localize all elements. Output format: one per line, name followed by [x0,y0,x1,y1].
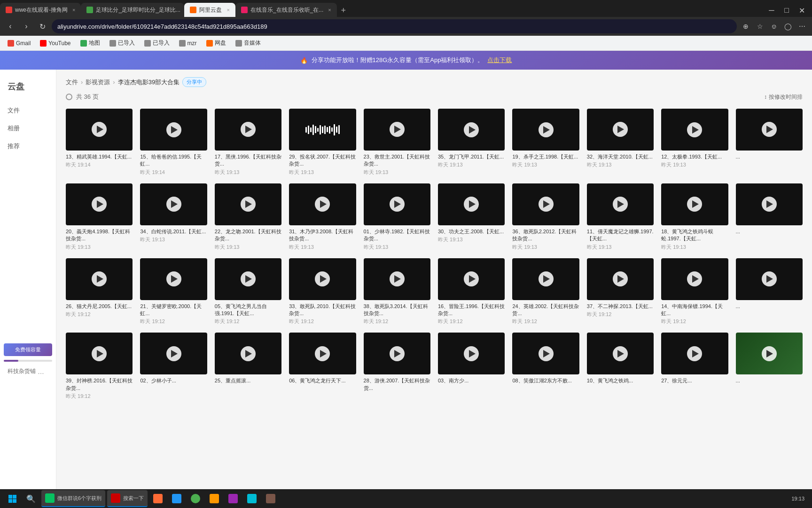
video-thumbnail[interactable]: ··· [140,183,207,225]
video-thumbnail[interactable]: ··· [587,183,654,225]
video-thumbnail[interactable]: ··· [215,258,281,300]
video-item[interactable]: ··· 32、海洋天堂.2010.【天虹... 昨天 19:13 [587,109,654,176]
video-item[interactable]: ··· 19、杀手之王.1998.【天虹... 昨天 19:13 [512,109,579,176]
taskbar-app-7[interactable] [225,490,242,507]
video-thumbnail[interactable]: ··· [661,333,728,374]
video-thumbnail[interactable]: ··· [66,109,133,151]
video-thumbnail[interactable]: ··· [736,183,803,225]
video-item[interactable]: ··· 10、黄飞鸿之铁鸡... [587,333,654,400]
video-item[interactable]: ··· 33、敢死队.2010.【天虹科技杂货... 昨天 19:12 [289,258,356,325]
video-thumbnail[interactable]: ··· [215,183,281,225]
video-thumbnail[interactable]: ··· [736,109,803,151]
video-item[interactable]: ··· 36、敢死队2.2012.【天虹科技杂货... 昨天 19:13 [512,183,579,251]
video-item[interactable]: ··· 35、龙门飞甲.2011.【天虹... 昨天 19:13 [438,109,505,176]
video-item[interactable]: ··· 13、精武英雄.1994.【天虹... 昨天 19:14 [66,109,133,176]
video-thumbnail[interactable]: ··· [140,109,207,151]
video-item[interactable]: ··· 25、重点摇滚... [215,333,281,400]
banner-download-link[interactable]: 点击下载 [487,56,512,64]
video-item[interactable]: ··· 11、倩天魔龙记之雄狮.1997.【天虹... 昨天 19:13 [587,183,654,251]
video-thumbnail[interactable]: ··· [438,333,505,374]
taskbar-app-4[interactable] [168,490,185,507]
video-item[interactable]: ··· 15、给爸爸的信.1995.【天虹... 昨天 19:14 [140,109,207,176]
video-thumbnail[interactable]: ··· [66,333,133,374]
video-item[interactable]: ··· 12、太极拳.1993.【天虹... 昨天 19:13 [661,109,728,176]
video-thumbnail[interactable]: ··· [364,333,430,374]
settings-icon[interactable]: ⋯ [796,20,808,32]
video-item[interactable]: ··· 30、功夫之王.2008.【天虹... 昨天 19:13 [438,183,505,251]
video-item[interactable]: ··· ... [736,333,803,400]
bookmark-imported2[interactable]: 已导入 [141,37,173,49]
bookmark-media[interactable]: 音媒体 [232,37,265,49]
breadcrumb-path-0[interactable]: 影视资源 [86,78,110,87]
video-thumbnail[interactable]: ··· [289,333,356,374]
video-item[interactable]: ··· ... [736,183,803,251]
video-item[interactable]: ··· 06、黄飞鸿之龙行天下... [289,333,356,400]
bookmark-netdisk[interactable]: 网盘 [203,37,230,49]
taskbar-app-3[interactable] [149,490,166,507]
video-item[interactable]: ··· 14、中南海保镖.1994.【天虹... 昨天 19:12 [661,258,728,325]
video-thumbnail[interactable]: ··· [661,109,728,151]
video-item[interactable]: ··· 39、封神榜.2016.【天虹科技杂货... 昨天 19:12 [66,333,133,400]
video-thumbnail[interactable]: ··· [66,258,133,300]
video-thumbnail[interactable]: ··· [736,333,803,374]
video-item[interactable]: ··· 27、徐元元... [661,333,728,400]
forward-button[interactable]: › [20,20,33,33]
video-item[interactable]: ··· 16、冒险王.1996.【天虹科技杂货... 昨天 19:12 [438,258,505,325]
video-item[interactable]: ··· ... [736,109,803,176]
video-item[interactable]: ··· 02、少林小子... [140,333,207,400]
sidebar-item-recommend[interactable]: 推荐 [0,137,56,155]
tab-add-button[interactable]: + [337,4,350,17]
back-button[interactable]: ‹ [4,20,17,33]
tab-close-2[interactable]: × [226,7,229,13]
refresh-button[interactable]: ↻ [36,20,49,33]
taskbar-start[interactable] [4,490,21,507]
breadcrumb-root[interactable]: 文件 [66,78,78,87]
video-item[interactable]: ··· 17、黑侠.1996.【天虹科技杂货... 昨天 19:13 [215,109,281,176]
video-item[interactable]: ··· 08、笑傲江湖2东方不败... [512,333,579,400]
video-thumbnail[interactable]: ··· [364,183,430,225]
bookmark-gmail[interactable]: Gmail [4,38,34,48]
taskbar-app-search[interactable]: 搜索一下 [107,490,148,507]
video-thumbnail[interactable]: ··· [661,183,728,225]
bookmark-map[interactable]: 地图 [77,37,104,49]
star-icon[interactable]: ☆ [754,20,766,32]
video-thumbnail[interactable]: ··· [140,258,207,300]
video-item[interactable]: ··· 28、游侠.2007.【天虹科技杂货... [364,333,430,400]
tab-close-0[interactable]: × [72,7,75,13]
video-item[interactable]: ··· 23、救世主.2001.【天虹科技杂货... 昨天 19:13 [364,109,430,176]
video-thumbnail[interactable]: ··· [587,109,654,151]
video-thumbnail[interactable]: ··· [587,333,654,374]
video-item[interactable]: ··· 38、敢死队3.2014.【天虹科技杂货... 昨天 19:12 [364,258,430,325]
video-thumbnail[interactable]: ··· [512,333,579,374]
video-item[interactable]: ··· 24、英雄.2002.【天虹科技杂货... 昨天 19:12 [512,258,579,325]
video-thumbnail[interactable]: ··· [289,109,356,151]
address-input[interactable] [52,19,737,33]
translate-icon[interactable]: ⊕ [740,20,752,32]
video-item[interactable]: ··· 03、南方少... [438,333,505,400]
tab-close-3[interactable]: × [328,7,331,13]
bookmark-imported1[interactable]: 已导入 [106,37,139,49]
video-item[interactable]: ··· ... [736,258,803,325]
maximize-button[interactable]: □ [780,4,793,17]
taskbar-app-9[interactable] [262,490,279,507]
video-thumbnail[interactable]: ··· [661,258,728,300]
video-item[interactable]: ··· 31、木乃伊3.2008.【天虹科技杂货... 昨天 19:13 [289,183,356,251]
video-item[interactable]: ··· 18、黄飞鸿之铁鸡斗蜈蚣.1997.【天虹... 昨天 19:13 [661,183,728,251]
video-item[interactable]: ··· 37、不二神探.2013.【天虹... 昨天 19:12 [587,258,654,325]
video-item[interactable]: ··· 26、猫犬丹尼.2005.【天虹... 昨天 19:12 [66,258,133,325]
extensions-icon[interactable]: ⎊ [768,20,780,32]
video-item[interactable]: ··· 01、少林寺.1982.【天虹科技杂货... 昨天 19:13 [364,183,430,251]
video-thumbnail[interactable]: ··· [438,183,505,225]
select-all-radio[interactable] [66,94,72,100]
tab-3[interactable]: 在线音乐_在线音乐收听_在... × [235,3,337,17]
video-item[interactable]: ··· 22、龙之吻.2001.【天虹科技杂货... 昨天 19:13 [215,183,281,251]
video-thumbnail[interactable]: ··· [736,258,803,300]
taskbar-search[interactable]: 🔍 [23,490,39,507]
minimize-button[interactable]: ─ [765,4,778,17]
bookmark-youtube[interactable]: YouTube [36,38,74,48]
video-item[interactable]: ··· 05、黄飞鸿之男儿当自强.1991.【天虹... 昨天 19:12 [215,258,281,325]
video-thumbnail[interactable]: ··· [364,109,430,151]
video-thumbnail[interactable]: ··· [512,109,579,151]
taskbar-app-8[interactable] [243,490,260,507]
tab-0[interactable]: wwe在线观看-捶角网 × [0,3,81,17]
